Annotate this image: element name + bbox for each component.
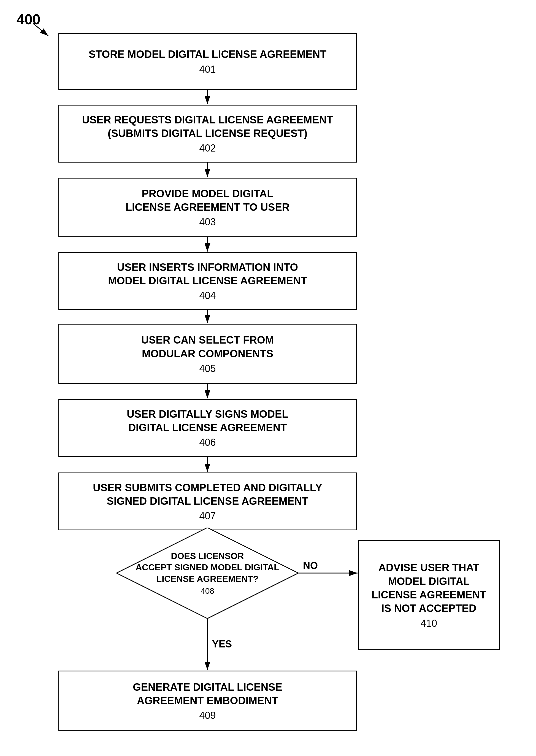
svg-text:YES: YES bbox=[212, 638, 232, 650]
box-405: USER CAN SELECT FROMMODULAR COMPONENTS 4… bbox=[58, 324, 357, 384]
box-409: GENERATE DIGITAL LICENSEAGREEMENT EMBODI… bbox=[58, 670, 357, 731]
box-403: PROVIDE MODEL DIGITALLICENSE AGREEMENT T… bbox=[58, 178, 357, 237]
box-402: USER REQUESTS DIGITAL LICENSE AGREEMENT(… bbox=[58, 105, 357, 162]
box-406: USER DIGITALLY SIGNS MODELDIGITAL LICENS… bbox=[58, 399, 357, 457]
svg-text:NO: NO bbox=[303, 560, 318, 571]
box-410: ADVISE USER THATMODEL DIGITALLICENSE AGR… bbox=[358, 540, 500, 650]
box-404: USER INSERTS INFORMATION INTOMODEL DIGIT… bbox=[58, 252, 357, 310]
flowchart-diagram: 400 YES NO bbox=[0, 0, 536, 756]
diagram-label: 400 bbox=[17, 11, 41, 27]
diamond-408: DOES LICENSORACCEPT SIGNED MODEL DIGITAL… bbox=[117, 528, 298, 619]
box-407: USER SUBMITS COMPLETED AND DIGITALLYSIGN… bbox=[58, 472, 357, 531]
box-401: STORE MODEL DIGITAL LICENSE AGREEMENT 40… bbox=[58, 33, 357, 90]
